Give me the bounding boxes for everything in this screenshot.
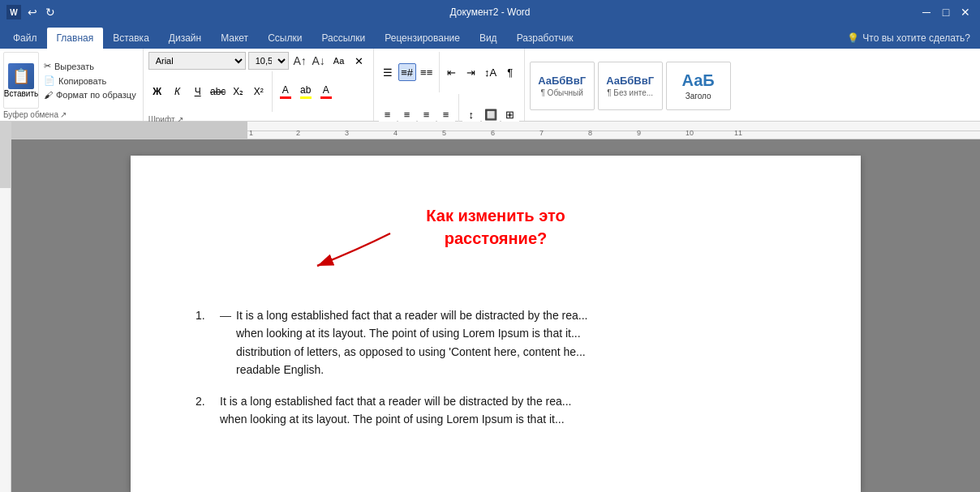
style-normal[interactable]: АаБбВвГ ¶ Обычный xyxy=(530,62,595,110)
list-text-2[interactable]: It is a long established fact that a rea… xyxy=(220,392,796,429)
underline-button[interactable]: Ч xyxy=(189,83,207,101)
font-color-button[interactable]: A xyxy=(277,83,294,101)
cut-button[interactable]: ✂ Вырезать xyxy=(41,59,140,73)
change-case-button[interactable]: Аа xyxy=(330,52,348,70)
annotation-line2: расстояние? xyxy=(445,229,547,247)
styles-group: АаБбВвГ ¶ Обычный АаБбВвГ ¶ Без инте... … xyxy=(525,49,980,121)
font-color-indicator xyxy=(280,96,291,99)
maximize-button[interactable]: □ xyxy=(938,4,954,20)
style-heading1-label: Заголо xyxy=(686,92,711,101)
tab-review[interactable]: Рецензирование xyxy=(375,28,470,49)
list-num-1: 1. xyxy=(196,306,220,379)
ruler-mark-9: 9 xyxy=(637,129,641,137)
subscript-button[interactable]: X₂ xyxy=(230,83,247,101)
ribbon-panel: 📋 Вставить ✂ Вырезать 📄 Копировать 🖌 Фор… xyxy=(0,49,980,122)
copy-icon: 📄 xyxy=(44,75,55,86)
ribbon-tabs: Файл Главная Вставка Дизайн Макет Ссылки… xyxy=(0,24,980,49)
tab-file[interactable]: Файл xyxy=(3,28,47,49)
copy-button[interactable]: 📄 Копировать xyxy=(41,74,140,88)
cut-label: Вырезать xyxy=(54,62,94,71)
tab-layout[interactable]: Макет xyxy=(211,28,258,49)
copy-label: Копировать xyxy=(58,76,106,86)
paste-icon: 📋 xyxy=(8,63,34,89)
document-page[interactable]: Как изменить это расстояние? xyxy=(131,156,861,492)
justify-button[interactable]: ≡ xyxy=(437,105,455,123)
window-title: Документ2 - Word xyxy=(449,6,530,18)
arrow-container xyxy=(196,258,796,306)
paste-button[interactable]: 📋 Вставить xyxy=(3,52,39,109)
style-normal-preview: АаБбВвГ xyxy=(538,75,586,87)
page-area[interactable]: Как изменить это расстояние? xyxy=(11,139,980,492)
ruler-mark-8: 8 xyxy=(588,129,592,137)
undo-button[interactable]: ↩ xyxy=(24,4,41,20)
sort-button[interactable]: ↕A xyxy=(482,63,500,81)
font-shrink-button[interactable]: A↓ xyxy=(310,52,328,70)
ruler-mark-11: 11 xyxy=(734,129,742,137)
text-shading-button[interactable]: A xyxy=(317,83,335,101)
strikethrough-button[interactable]: abc xyxy=(209,83,227,101)
paste-label: Вставить xyxy=(4,89,38,98)
show-formatting-button[interactable]: ¶ xyxy=(501,63,519,81)
paragraph-group: ☰ ≡# ≡≡ ⇤ ⇥ ↕A ¶ ≡ ≡ ≡ ≡ ↕ 🔲 ⊞ Абзац ↗ xyxy=(374,49,525,121)
ruler: 1 2 3 4 5 6 7 8 9 10 11 xyxy=(0,122,980,139)
list-item: 1. — It is a long established fact that … xyxy=(196,306,796,379)
shading-para-button[interactable]: 🔲 xyxy=(482,105,500,123)
list-num-2: 2. xyxy=(196,392,220,429)
undo-redo-group: ↩ ↻ xyxy=(24,4,58,20)
tab-developer[interactable]: Разработчик xyxy=(507,28,583,49)
shading-icon: A xyxy=(323,84,329,96)
ruler-mark-1: 1 xyxy=(249,129,253,137)
ruler-left-margin xyxy=(0,122,11,139)
borders-button[interactable]: ⊞ xyxy=(501,105,519,123)
clear-format-button[interactable]: ✕ xyxy=(350,52,368,70)
font-row2: Ж К Ч abc X₂ X² A ab A xyxy=(148,71,368,112)
v-ruler-gray-top xyxy=(0,139,11,188)
list-text-1[interactable]: It is a long established fact that a rea… xyxy=(236,306,796,379)
font-grow-button[interactable]: A↑ xyxy=(291,52,309,70)
tab-insert[interactable]: Вставка xyxy=(103,28,159,49)
tab-view[interactable]: Вид xyxy=(470,28,507,49)
tab-mailings[interactable]: Рассылки xyxy=(312,28,375,49)
ruler-mark-6: 6 xyxy=(491,129,495,137)
font-group: Arial 10,5 A↑ A↓ Аа ✕ Ж К Ч abc X₂ X² A xyxy=(144,49,374,121)
format-painter-button[interactable]: 🖌 Формат по образцу xyxy=(41,88,140,101)
scissors-icon: ✂ xyxy=(44,61,51,71)
align-left-button[interactable]: ≡ xyxy=(379,105,397,123)
search-box[interactable]: 💡 Что вы хотите сделать? xyxy=(840,28,977,49)
highlight-button[interactable]: ab xyxy=(297,83,315,101)
style-no-spacing[interactable]: АаБбВвГ ¶ Без инте... xyxy=(598,62,663,110)
arrow-svg xyxy=(260,225,423,274)
shading-color-indicator xyxy=(320,96,332,99)
title-bar-left: W ↩ ↻ xyxy=(6,4,58,20)
increase-indent-button[interactable]: ⇥ xyxy=(462,63,480,81)
multilevel-list-button[interactable]: ≡≡ xyxy=(418,63,436,81)
separator1 xyxy=(272,71,273,112)
style-heading1[interactable]: АаБ Заголо xyxy=(666,62,731,110)
redo-button[interactable]: ↻ xyxy=(42,4,58,20)
tab-design[interactable]: Дизайн xyxy=(159,28,211,49)
font-family-select[interactable]: Arial xyxy=(148,52,246,70)
ruler-mark-5: 5 xyxy=(442,129,446,137)
close-button[interactable]: ✕ xyxy=(957,4,974,20)
line-spacing-button[interactable]: ↕ xyxy=(462,105,480,123)
italic-button[interactable]: К xyxy=(169,83,187,101)
superscript-button[interactable]: X² xyxy=(250,83,268,101)
bold-button[interactable]: Ж xyxy=(148,83,166,101)
bullets-button[interactable]: ☰ xyxy=(379,63,397,81)
decrease-indent-button[interactable]: ⇤ xyxy=(443,63,461,81)
align-center-button[interactable]: ≡ xyxy=(398,105,416,123)
ruler-line xyxy=(247,130,980,131)
styles-row: АаБбВвГ ¶ Обычный АаБбВвГ ¶ Без инте... … xyxy=(530,52,975,119)
numbering-button[interactable]: ≡# xyxy=(398,63,416,81)
clipboard-expand-icon[interactable]: ↗ xyxy=(60,110,67,119)
tab-home[interactable]: Главная xyxy=(47,28,104,49)
ruler-mark-10: 10 xyxy=(686,129,694,137)
clipboard-label: Буфер обмена ↗ xyxy=(3,109,140,119)
font-size-select[interactable]: 10,5 xyxy=(248,52,289,70)
main-layout: Как изменить это расстояние? xyxy=(0,139,980,492)
search-placeholder: Что вы хотите сделать? xyxy=(862,32,970,44)
clipboard-content: 📋 Вставить ✂ Вырезать 📄 Копировать 🖌 Фор… xyxy=(3,52,140,109)
align-right-button[interactable]: ≡ xyxy=(418,105,436,123)
tab-references[interactable]: Ссылки xyxy=(258,28,312,49)
minimize-button[interactable]: ─ xyxy=(918,4,935,20)
